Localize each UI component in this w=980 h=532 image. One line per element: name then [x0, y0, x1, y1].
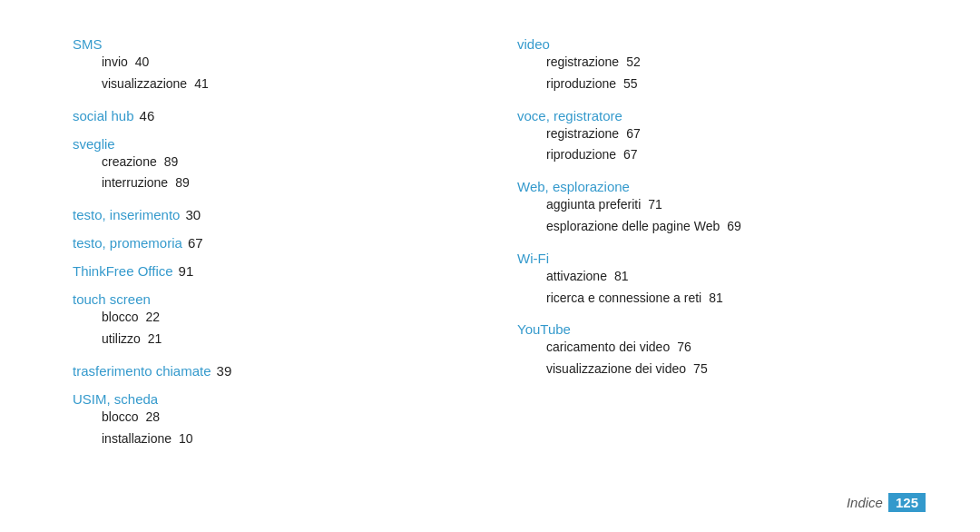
index-heading: trasferimento chiamate — [73, 363, 211, 379]
index-entry: Web, esplorazioneaggiunta preferiti71esp… — [517, 179, 907, 238]
subentry-page: 69 — [727, 219, 741, 233]
subentry-page: 75 — [693, 361, 708, 376]
index-subentry: esplorazione delle pagine Web69 — [517, 216, 907, 238]
index-heading-line: voce, registratore — [517, 108, 907, 123]
index-entry: SMSinvio40visualizzazione41 — [73, 36, 463, 95]
index-subentry: creazione89 — [73, 152, 463, 173]
index-heading-line: video — [517, 36, 907, 52]
index-heading: Web, esplorazione — [517, 179, 630, 194]
index-subentry: invio40 — [73, 52, 463, 74]
index-subentry: installazione10 — [73, 429, 463, 450]
index-heading-line: Web, esplorazione — [517, 179, 907, 194]
index-heading-line: testo, inserimento30 — [73, 207, 463, 222]
index-entry: ThinkFree Office91 — [73, 263, 463, 279]
page-content: SMSinvio40visualizzazione41social hub46s… — [0, 0, 980, 498]
index-heading: YouTube — [517, 321, 571, 337]
subentry-page: 10 — [179, 431, 193, 446]
index-heading-page: 46 — [140, 108, 155, 123]
index-heading: social hub — [73, 108, 134, 123]
index-subentry: blocco22 — [73, 307, 463, 329]
index-heading-line: USIM, scheda — [73, 391, 463, 407]
index-heading-line: trasferimento chiamate39 — [73, 363, 463, 379]
index-heading-page: 39 — [217, 363, 232, 379]
index-heading-line: SMS — [73, 36, 463, 52]
subentry-page: 21 — [148, 331, 162, 346]
index-heading: sveglie — [73, 136, 115, 152]
index-subentry: ricerca e connessione a reti81 — [517, 288, 907, 310]
index-heading-line: testo, promemoria67 — [73, 235, 463, 251]
index-entry: voce, registratoreregistrazione67riprodu… — [517, 108, 907, 167]
subentry-page: 52 — [626, 54, 641, 69]
index-entry: social hub46 — [73, 108, 463, 123]
index-entry: Wi-Fiattivazione81ricerca e connessione … — [517, 251, 907, 310]
index-subentry: blocco28 — [73, 407, 463, 429]
index-heading-line: social hub46 — [73, 108, 463, 123]
subentry-page: 67 — [626, 126, 641, 141]
index-entry: YouTubecaricamento dei video76visualizza… — [517, 321, 907, 380]
subentry-page: 41 — [194, 76, 209, 91]
index-heading: SMS — [73, 36, 103, 52]
index-entry: trasferimento chiamate39 — [73, 363, 463, 379]
index-heading: USIM, scheda — [73, 391, 158, 407]
index-entry: svegliecreazione89interruzione89 — [73, 136, 463, 195]
index-subentry: registrazione67 — [517, 123, 907, 145]
index-subentry: attivazione81 — [517, 266, 907, 288]
index-heading-line: sveglie — [73, 136, 463, 152]
subentry-page: 55 — [623, 76, 638, 91]
subentry-page: 71 — [648, 197, 662, 212]
subentry-page: 40 — [135, 54, 150, 69]
subentry-page: 22 — [145, 310, 160, 324]
index-subentry: riproduzione67 — [517, 144, 907, 166]
footer-label: Indice — [847, 495, 883, 510]
subentry-page: 89 — [164, 154, 179, 169]
index-subentry: caricamento dei video76 — [517, 337, 907, 359]
index-heading-page: 30 — [185, 207, 201, 222]
index-subentry: utilizzo21 — [73, 329, 463, 350]
subentry-page: 28 — [145, 409, 160, 424]
index-subentry: interruzione89 — [73, 172, 463, 194]
index-entry: touch screenblocco22utilizzo21 — [73, 291, 463, 350]
index-entry: videoregistrazione52riproduzione55 — [517, 36, 907, 95]
index-heading-line: touch screen — [73, 291, 463, 307]
footer: Indice 125 — [847, 493, 926, 512]
subentry-page: 76 — [677, 340, 691, 354]
subentry-page: 89 — [175, 175, 190, 190]
index-heading: voce, registratore — [517, 108, 622, 123]
index-heading: testo, promemoria — [73, 235, 182, 251]
index-subentry: aggiunta preferiti71 — [517, 194, 907, 216]
index-heading: Wi-Fi — [517, 251, 549, 266]
subentry-page: 67 — [623, 147, 638, 162]
index-subentry: registrazione52 — [517, 52, 907, 74]
right-column: videoregistrazione52riproduzione55voce, … — [517, 36, 907, 462]
index-entry: testo, inserimento30 — [73, 207, 463, 222]
index-entry: USIM, schedablocco28installazione10 — [73, 391, 463, 450]
index-heading-line: YouTube — [517, 321, 907, 337]
index-heading: ThinkFree Office — [73, 263, 173, 279]
index-subentry: riproduzione55 — [517, 74, 907, 95]
subentry-page: 81 — [709, 291, 723, 305]
subentry-page: 81 — [614, 269, 629, 283]
index-heading-line: Wi-Fi — [517, 251, 907, 266]
index-entry: testo, promemoria67 — [73, 235, 463, 251]
index-heading: video — [517, 36, 550, 52]
left-column: SMSinvio40visualizzazione41social hub46s… — [73, 36, 463, 462]
index-heading-page: 67 — [188, 235, 203, 251]
index-heading-page: 91 — [179, 263, 194, 279]
index-heading: touch screen — [73, 291, 151, 307]
index-subentry: visualizzazione dei video75 — [517, 359, 907, 380]
footer-page: 125 — [888, 493, 926, 512]
index-heading-line: ThinkFree Office91 — [73, 263, 463, 279]
index-subentry: visualizzazione41 — [73, 74, 463, 95]
index-heading: testo, inserimento — [73, 207, 180, 222]
